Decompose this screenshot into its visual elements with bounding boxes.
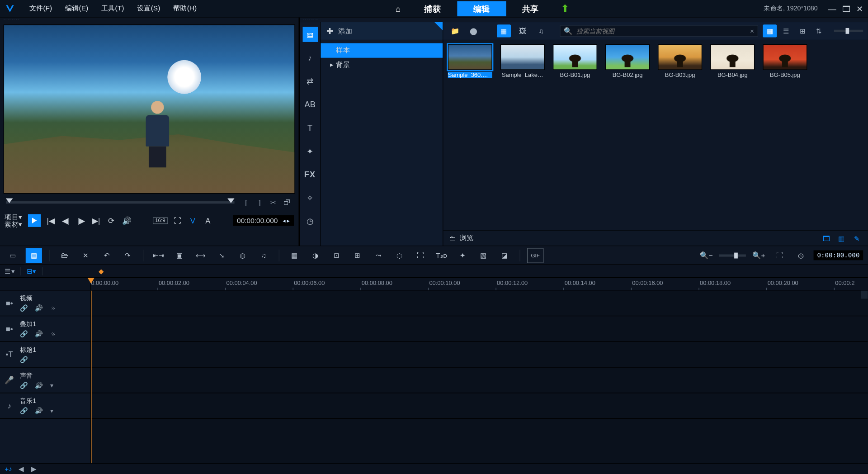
track-lane[interactable]: [91, 316, 868, 342]
track-ctrl[interactable]: 🔊: [35, 304, 43, 312]
split-icon[interactable]: ✂: [268, 199, 279, 207]
library-item[interactable]: BG-B05.jpg: [763, 44, 807, 78]
filter-all-icon[interactable]: ▦: [497, 24, 511, 37]
track-ctrl[interactable]: 🔗: [20, 356, 28, 364]
marker-icon[interactable]: ⛶: [412, 248, 429, 263]
minimize-button[interactable]: —: [828, 4, 836, 13]
speed-icon[interactable]: ◷: [302, 213, 318, 229]
zoom-slider[interactable]: [719, 254, 746, 256]
add-track-icon[interactable]: +♪: [5, 465, 12, 473]
playhead[interactable]: [88, 278, 94, 284]
track-ctrl[interactable]: 🔗: [20, 407, 28, 415]
filter-image-icon[interactable]: 🖼: [515, 24, 529, 37]
multicam-icon[interactable]: ⊡: [328, 248, 344, 263]
view-list-icon[interactable]: ☰: [779, 24, 793, 37]
step-fwd-icon[interactable]: |▶: [76, 216, 86, 225]
snapshot-icon[interactable]: 🗗: [281, 199, 293, 207]
filter-audio-icon[interactable]: ♫: [534, 24, 548, 37]
t3d-icon[interactable]: T₃ᴅ: [433, 248, 449, 263]
clear-search-icon[interactable]: ×: [750, 27, 754, 35]
volume-icon[interactable]: 🔊: [121, 216, 132, 225]
timeline-view-icon[interactable]: ▤: [26, 248, 42, 263]
scrub-track[interactable]: [6, 201, 235, 204]
menu-edit[interactable]: 编辑(E): [62, 2, 90, 14]
mark-in-icon[interactable]: [: [240, 199, 252, 207]
track-ctrl[interactable]: 🔊: [35, 407, 43, 415]
track-ctrl[interactable]: ▾: [50, 407, 54, 415]
playhead-marker-icon[interactable]: ◆: [99, 267, 104, 275]
motion-icon[interactable]: ⤳: [370, 248, 387, 263]
track-head-overlay[interactable]: ■•叠加1🔗🔊⨳: [0, 316, 90, 342]
track-lane[interactable]: [91, 342, 868, 368]
track-head-music[interactable]: ♪音乐1🔗🔊▾: [0, 393, 90, 419]
title-t-icon[interactable]: T: [302, 120, 318, 136]
panel-layout-icon[interactable]: 🗖: [821, 234, 831, 243]
track-ctrl[interactable]: 🔗: [20, 382, 28, 389]
zoom-out-icon[interactable]: 🔍−: [698, 248, 714, 263]
scroll-left-icon[interactable]: ◀: [17, 465, 25, 473]
title-ab-icon[interactable]: AB: [302, 97, 318, 112]
track-head-voice[interactable]: 🎤声音🔗🔊▾: [0, 368, 90, 393]
menu-settings[interactable]: 设置(S): [135, 2, 163, 14]
trim-in-icon[interactable]: ⇤⇥: [151, 248, 167, 263]
track-ctrl[interactable]: 🔊: [35, 382, 43, 389]
fx-icon[interactable]: FX: [302, 167, 318, 182]
mask-icon[interactable]: ▦: [286, 248, 302, 263]
library-item[interactable]: Sample_Lake…: [500, 44, 545, 78]
tool-select-icon[interactable]: 🗁: [57, 248, 73, 263]
timeline-timecode[interactable]: 0:00:00.000: [814, 250, 863, 260]
redo-icon[interactable]: ↷: [119, 248, 136, 263]
zoom-in-icon[interactable]: 🔍+: [750, 248, 767, 263]
go-end-icon[interactable]: ▶|: [91, 216, 101, 225]
track-audio-toggle[interactable]: A: [203, 216, 213, 225]
transition-icon[interactable]: ⇄: [302, 74, 318, 89]
color-icon[interactable]: ✧: [302, 190, 318, 206]
panel-dual-icon[interactable]: ▥: [836, 234, 847, 243]
library-item[interactable]: BG-B01.jpg: [553, 44, 597, 78]
tool-options-icon[interactable]: ✕: [78, 248, 94, 263]
library-add-header[interactable]: ✚ 添加: [321, 22, 443, 40]
drag-handle[interactable]: ∷∷∷∷: [0, 18, 298, 22]
view-grid-icon[interactable]: ⊞: [796, 24, 810, 37]
close-button[interactable]: ✕: [856, 4, 863, 13]
library-item[interactable]: Sample_360.m…: [448, 44, 492, 78]
menu-tools[interactable]: 工具(T): [99, 2, 126, 14]
scroll-right-icon[interactable]: ▶: [30, 465, 38, 473]
clock-icon[interactable]: ◷: [793, 248, 809, 263]
chroma-icon[interactable]: ▧: [475, 248, 491, 263]
tree-item-samples[interactable]: 样本: [321, 43, 443, 57]
mode-clip[interactable]: 素材▾: [5, 221, 22, 228]
fit-icon[interactable]: ⛶: [772, 248, 788, 263]
slip-icon[interactable]: ⤡: [213, 248, 230, 263]
track-video-toggle[interactable]: V: [188, 216, 198, 225]
track-head-video[interactable]: ■•视频🔗🔊⨳: [0, 290, 90, 316]
media-icon[interactable]: 🖭: [302, 27, 318, 42]
lut-icon[interactable]: ◪: [496, 248, 513, 263]
color-wheel-icon[interactable]: ◍: [235, 248, 251, 263]
blend-icon[interactable]: ◑: [307, 248, 324, 263]
undo-icon[interactable]: ↶: [99, 248, 115, 263]
search-input[interactable]: [576, 28, 747, 34]
track-lane[interactable]: [91, 368, 868, 393]
track-lane[interactable]: [91, 290, 868, 316]
play-button[interactable]: [28, 214, 41, 227]
sort-icon[interactable]: ⇅: [812, 24, 826, 37]
panel-edit-icon[interactable]: ✎: [851, 234, 862, 243]
maximize-button[interactable]: 🗖: [842, 4, 850, 13]
track-ctrl[interactable]: ⨳: [50, 304, 57, 312]
drag-handle[interactable]: ∷∷∷∷: [300, 18, 868, 22]
track-ctrl[interactable]: 🔗: [20, 304, 28, 312]
grid-icon[interactable]: ⊞: [349, 248, 366, 263]
aspect-ratio[interactable]: 16:9: [153, 217, 168, 224]
tab-home[interactable]: ⌂: [388, 1, 408, 16]
mark-out-icon[interactable]: ]: [254, 199, 266, 207]
mode-project[interactable]: 项目▾: [5, 213, 22, 220]
storyboard-view-icon[interactable]: ▭: [5, 248, 21, 263]
tab-share[interactable]: 共享: [506, 1, 555, 16]
timeline-scroll-up[interactable]: [861, 290, 868, 299]
menu-help[interactable]: 帮助(H): [171, 2, 199, 14]
track-head-title[interactable]: •T标题1🔗: [0, 342, 90, 368]
track-lane[interactable]: [91, 393, 868, 419]
record-icon[interactable]: ⬤: [467, 24, 481, 37]
crop-icon[interactable]: ▣: [171, 248, 188, 263]
